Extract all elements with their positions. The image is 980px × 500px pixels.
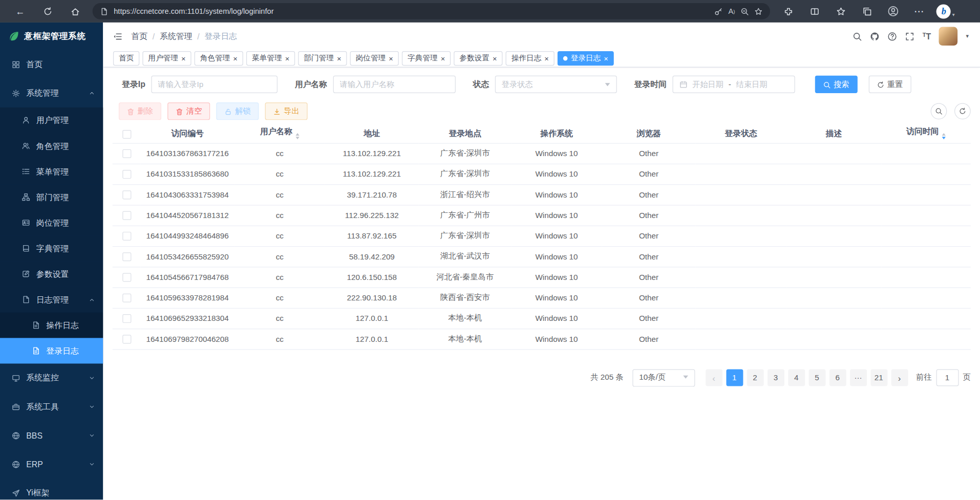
tab-user-manage[interactable]: 用户管理×: [142, 51, 191, 66]
row-checkbox[interactable]: [122, 273, 131, 281]
unlock-button[interactable]: 解锁: [216, 102, 259, 120]
sidebar-item-system-manage[interactable]: 系统管理: [0, 79, 103, 107]
bing-chat-icon[interactable]: b▾: [936, 3, 955, 19]
sidebar-item-operation-log[interactable]: 操作日志: [0, 312, 103, 338]
close-tab-icon[interactable]: ×: [233, 55, 238, 62]
zoom-out-icon[interactable]: [741, 7, 749, 15]
close-tab-icon[interactable]: ×: [337, 55, 342, 62]
browser-home-icon[interactable]: [66, 3, 84, 19]
page-button-6[interactable]: 6: [829, 369, 846, 386]
site-info-icon[interactable]: [100, 7, 108, 15]
table-row[interactable]: 1641044993248464896cc113.87.92.165广东省-深圳…: [113, 226, 971, 246]
collections-icon[interactable]: [858, 3, 877, 19]
address-bar[interactable]: https://ccnetcore.com:1101/system/log/lo…: [93, 3, 770, 19]
header-search-icon[interactable]: [853, 32, 862, 41]
table-row[interactable]: 1641043063331753984cc39.171.210.78浙江省-绍兴…: [113, 184, 971, 205]
sidebar-item-dept-manage[interactable]: 部门管理: [0, 184, 103, 210]
sidebar-item-param-settings[interactable]: 参数设置: [0, 261, 103, 287]
sidebar-item-post-manage[interactable]: 岗位管理: [0, 210, 103, 235]
reset-button[interactable]: 重置: [868, 76, 911, 93]
sidebar-item-dict-manage[interactable]: 字典管理: [0, 235, 103, 261]
close-tab-icon[interactable]: ×: [604, 55, 608, 62]
password-key-icon[interactable]: [715, 7, 723, 15]
close-tab-icon[interactable]: ×: [389, 55, 393, 62]
tab-menu-manage[interactable]: 菜单管理×: [246, 51, 295, 66]
breadcrumb-item[interactable]: 系统管理: [160, 31, 192, 42]
page-button-1[interactable]: 1: [726, 369, 743, 386]
fullscreen-icon[interactable]: [905, 32, 914, 41]
sidebar-item-system-tools[interactable]: 系统工具: [0, 393, 103, 421]
tab-dict-manage[interactable]: 字典管理×: [402, 51, 451, 66]
page-button-5[interactable]: 5: [808, 369, 825, 386]
user-name-input[interactable]: [333, 76, 455, 93]
row-checkbox[interactable]: [122, 170, 131, 179]
row-checkbox[interactable]: [122, 252, 131, 261]
delete-button[interactable]: 删除: [119, 102, 161, 120]
user-avatar[interactable]: [939, 27, 958, 46]
split-screen-icon[interactable]: [805, 3, 824, 19]
row-checkbox[interactable]: [122, 149, 131, 158]
page-button-4[interactable]: 4: [788, 369, 805, 386]
tab-operation-log[interactable]: 操作日志×: [506, 51, 555, 66]
row-checkbox[interactable]: [122, 314, 131, 323]
github-icon[interactable]: [870, 32, 879, 41]
browser-refresh-icon[interactable]: [38, 3, 57, 19]
table-row[interactable]: 1641044520567181312cc112.96.225.132广东省-广…: [113, 205, 971, 225]
sidebar-item-log-manage[interactable]: 日志管理: [0, 287, 103, 312]
favorites-icon[interactable]: [832, 3, 850, 19]
sidebar-item-home[interactable]: 首页: [0, 50, 103, 79]
tab-login-log[interactable]: 登录日志×: [558, 51, 614, 66]
sidebar-item-erp[interactable]: ERP: [0, 450, 103, 479]
login-time-range-picker[interactable]: 开始日期 - 结束日期: [672, 76, 795, 93]
font-size-icon[interactable]: TT: [923, 32, 931, 41]
sort-carets-icon[interactable]: [942, 131, 946, 141]
next-page-button[interactable]: ›: [891, 369, 908, 386]
page-ellipsis[interactable]: ···: [850, 369, 867, 386]
refresh-table-icon[interactable]: [954, 103, 971, 119]
close-tab-icon[interactable]: ×: [441, 55, 445, 62]
prev-page-button[interactable]: ‹: [706, 369, 722, 386]
close-tab-icon[interactable]: ×: [181, 55, 186, 62]
page-size-select[interactable]: 10条/页: [632, 369, 695, 386]
browser-profile-avatar[interactable]: [884, 3, 903, 19]
row-checkbox[interactable]: [122, 335, 131, 343]
page-button-21[interactable]: 21: [870, 369, 887, 386]
close-tab-icon[interactable]: ×: [285, 55, 290, 62]
column-header[interactable]: 用户名称: [235, 124, 325, 143]
table-row[interactable]: 1641059633978281984cc222.90.130.18陕西省-西安…: [113, 288, 971, 308]
sidebar-item-role-manage[interactable]: 角色管理: [0, 133, 103, 159]
table-row[interactable]: 1641031367863177216cc113.102.129.221广东省-…: [113, 143, 971, 164]
tab-param-settings[interactable]: 参数设置×: [454, 51, 502, 66]
add-favorite-icon[interactable]: [754, 7, 762, 15]
avatar-caret-icon[interactable]: ▾: [966, 33, 969, 39]
tab-dept-manage[interactable]: 部门管理×: [298, 51, 347, 66]
menu-fold-icon[interactable]: [113, 32, 122, 41]
breadcrumb-item[interactable]: 首页: [131, 31, 147, 42]
row-checkbox[interactable]: [122, 294, 131, 302]
table-row[interactable]: 1641069798270046208cc127.0.0.1本地-本机Windo…: [113, 329, 971, 349]
tab-role-manage[interactable]: 角色管理×: [195, 51, 243, 66]
header-select-all[interactable]: [113, 124, 141, 143]
export-button[interactable]: 导出: [265, 102, 308, 120]
goto-page-input[interactable]: [936, 369, 958, 386]
status-select[interactable]: 登录状态: [495, 76, 616, 93]
sidebar-item-user-manage[interactable]: 用户管理: [0, 107, 103, 133]
column-header[interactable]: 访问时间: [881, 124, 971, 143]
close-tab-icon[interactable]: ×: [493, 55, 497, 62]
browser-back-icon[interactable]: ←: [11, 3, 30, 19]
row-checkbox[interactable]: [122, 190, 131, 199]
tab-post-manage[interactable]: 岗位管理×: [350, 51, 399, 66]
sidebar-item-login-log[interactable]: 登录日志: [0, 338, 103, 363]
page-button-3[interactable]: 3: [767, 369, 784, 386]
sidebar-item-yi-framework[interactable]: Yi框架: [0, 479, 103, 500]
read-aloud-icon[interactable]: A): [728, 7, 735, 15]
close-tab-icon[interactable]: ×: [544, 55, 549, 62]
sidebar-item-system-monitor[interactable]: 系统监控: [0, 363, 103, 392]
sidebar-item-bbs[interactable]: BBS: [0, 421, 103, 450]
table-row[interactable]: 1641031533185863680cc113.102.129.221广东省-…: [113, 164, 971, 184]
sort-carets-icon[interactable]: [295, 131, 299, 141]
table-row[interactable]: 1641054566717984768cc120.6.150.158河北省-秦皇…: [113, 267, 971, 287]
login-ip-input[interactable]: [151, 76, 278, 93]
tab-home[interactable]: 首页: [113, 51, 139, 66]
row-checkbox[interactable]: [122, 211, 131, 220]
